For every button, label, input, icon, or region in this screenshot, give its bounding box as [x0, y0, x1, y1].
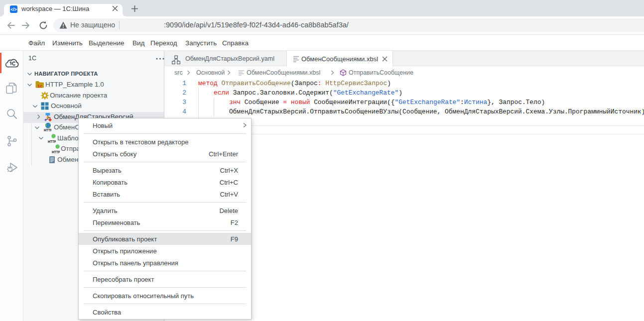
- svg-text:HTTP: HTTP: [52, 150, 60, 154]
- svg-text:HTTP: HTTP: [48, 140, 56, 143]
- svg-text:</>: </>: [10, 7, 16, 12]
- svg-text:HTTP: HTTP: [44, 128, 51, 132]
- svg-text:1с: 1с: [37, 84, 42, 89]
